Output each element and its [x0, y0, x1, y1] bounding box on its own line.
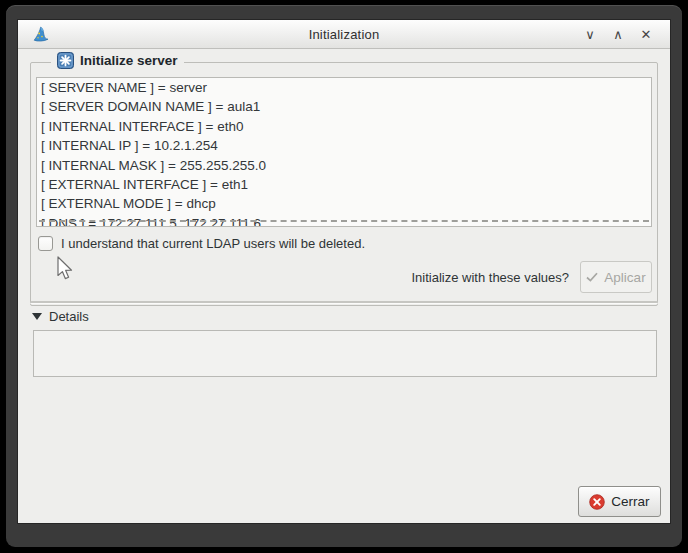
details-textview[interactable] — [33, 330, 657, 377]
config-textview[interactable]: [ SERVER NAME ] = server [ SERVER DOMAIN… — [36, 77, 652, 227]
apply-row: Initialize with these values? Aplicar — [411, 261, 652, 293]
truncation-dashes — [39, 220, 649, 222]
check-icon — [586, 272, 598, 282]
config-line: [ INTERNAL IP ] = 10.2.1.254 — [37, 136, 651, 155]
run-icon — [57, 52, 74, 69]
config-line: [ INTERNAL INTERFACE ] = eth0 — [37, 117, 651, 136]
config-line: [ EXTERNAL MODE ] = dhcp — [37, 194, 651, 213]
apply-button[interactable]: Aplicar — [580, 261, 652, 293]
mouse-cursor — [56, 256, 74, 282]
close-window-button[interactable]: ✕ — [632, 20, 660, 48]
shade-button[interactable]: ∨ — [576, 20, 604, 48]
group-title: Initialize server — [80, 53, 178, 68]
titlebar[interactable]: Initialization ∨ ∧ ✕ — [18, 20, 670, 49]
details-expander[interactable]: Details — [32, 309, 89, 324]
close-button[interactable]: Cerrar — [578, 486, 661, 517]
config-line: [ SERVER NAME ] = server — [37, 78, 651, 97]
apply-prompt: Initialize with these values? — [411, 270, 569, 285]
initialize-server-group: Initialize server [ SERVER NAME ] = serv… — [30, 62, 658, 306]
config-line: [ INTERNAL MASK ] = 255.255.255.0 — [37, 156, 651, 175]
ldap-confirm-row[interactable]: I understand that current LDAP users wil… — [38, 236, 365, 251]
group-legend: Initialize server — [51, 52, 184, 69]
ldap-confirm-label: I understand that current LDAP users wil… — [61, 236, 365, 251]
apply-button-label: Aplicar — [604, 270, 645, 285]
separator — [30, 301, 658, 304]
initialization-dialog: Initialization ∨ ∧ ✕ — [18, 20, 670, 523]
window-frame: Initialization ∨ ∧ ✕ — [6, 5, 682, 547]
close-button-label: Cerrar — [611, 494, 649, 509]
close-circle-icon — [589, 494, 605, 510]
config-line: [ EXTERNAL INTERFACE ] = eth1 — [37, 175, 651, 194]
window-title: Initialization — [18, 27, 670, 42]
window-controls: ∨ ∧ ✕ — [576, 20, 660, 48]
expander-triangle-icon — [32, 313, 42, 320]
details-label: Details — [49, 309, 89, 324]
unshade-button[interactable]: ∧ — [604, 20, 632, 48]
ldap-confirm-checkbox[interactable] — [38, 236, 53, 251]
config-line: [ SERVER DOMAIN NAME ] = aula1 — [37, 97, 651, 116]
